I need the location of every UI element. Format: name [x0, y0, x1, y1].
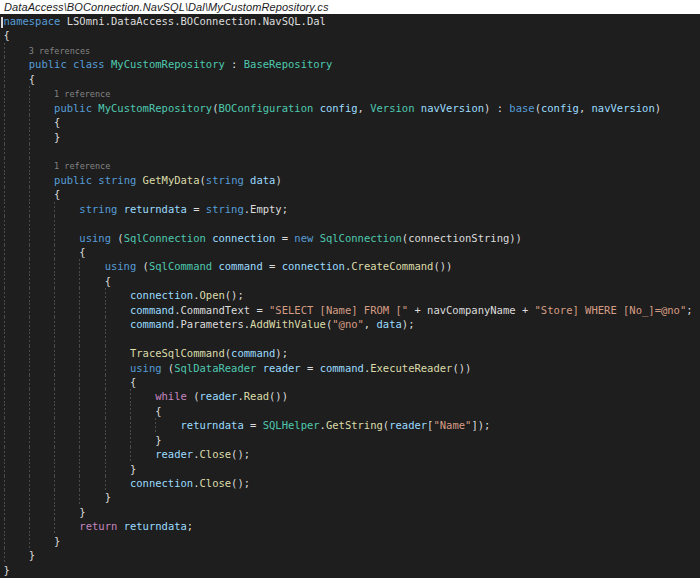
code-token-kw: using	[79, 232, 111, 244]
code-token-kw: new	[294, 232, 313, 244]
code-token-pl: ,	[579, 102, 592, 114]
code-token-kw: base	[509, 102, 534, 114]
codelens-references-label[interactable]: 1 reference	[4, 161, 111, 171]
code-token-type: BOConfiguration	[218, 102, 313, 114]
code-token-type: SqlCommand	[149, 260, 212, 272]
indent-guide	[79, 346, 80, 360]
code-editor-window: DataAccess\BOConnection.NavSQL\Dal\MyCus…	[0, 0, 700, 578]
indent-guide	[4, 57, 5, 71]
code-token-var: connection	[212, 232, 275, 244]
code-token-var: reader	[389, 419, 427, 431]
indent-guide	[29, 231, 30, 245]
code-token-pl: ,	[364, 318, 377, 330]
code-token-kw: class	[73, 58, 105, 70]
codelens-references-label[interactable]: 3 references	[4, 46, 91, 56]
indent-guide	[29, 288, 30, 302]
code-token-var: command	[218, 260, 262, 272]
code-token-meth: CreateCommand	[351, 260, 433, 272]
code-token-pl: {	[4, 275, 111, 287]
code-editor[interactable]: namespace LSOmni.DataAccess.BOConnection…	[0, 14, 700, 578]
indent-guide	[4, 361, 5, 375]
indent-guide	[79, 389, 80, 403]
indent-guide	[79, 490, 80, 504]
code-token-str: "Name"	[433, 419, 471, 431]
indent-guide	[54, 490, 55, 504]
code-line: {	[0, 375, 700, 389]
code-token-var: returndata	[181, 419, 244, 431]
code-token-kw: public	[54, 174, 92, 186]
indent-guide	[4, 375, 5, 389]
code-line: public class MyCustomRepository : BaseRe…	[0, 57, 700, 71]
code-token-pl: )	[275, 174, 281, 186]
code-line: {	[0, 115, 700, 129]
code-token-pl: ,	[358, 102, 371, 114]
code-token-pl	[4, 362, 130, 374]
code-token-pl: :	[225, 58, 244, 70]
indent-guide	[54, 259, 55, 273]
indent-guide	[29, 433, 30, 447]
indent-guide	[54, 418, 55, 432]
indent-guide	[29, 389, 30, 403]
indent-guide	[29, 144, 30, 158]
indent-guide	[54, 404, 55, 418]
code-token-pl: =	[275, 232, 294, 244]
code-token-var: reader	[263, 362, 301, 374]
indent-guide	[4, 519, 5, 533]
code-token-meth: Read	[244, 390, 269, 402]
code-token-pl: ())	[269, 390, 288, 402]
code-token-pl	[4, 477, 130, 489]
indent-guide	[29, 303, 30, 317]
code-token-pl	[4, 203, 80, 215]
document-path-label: DataAccess\BOConnection.NavSQL\Dal\MyCus…	[4, 1, 329, 13]
indent-guide	[4, 418, 5, 432]
code-token-meth: Open	[199, 289, 224, 301]
indent-guide	[54, 274, 55, 288]
indent-guide	[29, 490, 30, 504]
indent-guide	[79, 274, 80, 288]
code-token-type: SqlConnection	[124, 232, 206, 244]
indent-guide	[4, 433, 5, 447]
indent-guide	[29, 332, 30, 346]
indent-guide	[54, 505, 55, 519]
code-token-pl: {	[4, 116, 61, 128]
code-token-var: config	[320, 102, 358, 114]
code-token-pl: (	[162, 362, 175, 374]
indent-guide	[4, 144, 5, 158]
indent-guide	[29, 158, 30, 172]
indent-guide	[79, 433, 80, 447]
indent-guide	[29, 346, 30, 360]
code-token-meth: Close	[199, 448, 231, 460]
code-line: {	[0, 72, 700, 86]
code-token-var: connection	[130, 289, 193, 301]
indent-guide	[105, 317, 106, 331]
code-line: {	[0, 404, 700, 418]
code-token-pl: }	[4, 549, 36, 561]
code-line: TraceSqlCommand(command);	[0, 346, 700, 360]
code-token-var: command	[130, 304, 174, 316]
codelens-references-label[interactable]: 1 reference	[4, 89, 111, 99]
code-token-pl: }	[4, 506, 86, 518]
indent-guide	[4, 245, 5, 259]
indent-guide	[79, 361, 80, 375]
code-token-kw: string	[206, 203, 244, 215]
code-token-var: command	[320, 362, 364, 374]
indent-guide	[79, 303, 80, 317]
code-token-pl: (	[187, 390, 200, 402]
code-token-type: SqlDataReader	[174, 362, 256, 374]
code-line: {	[0, 245, 700, 259]
indent-guide	[4, 317, 5, 331]
indent-guide	[105, 288, 106, 302]
indent-guide	[79, 418, 80, 432]
code-token-pl	[4, 347, 130, 359]
code-token-var: data	[377, 318, 402, 330]
code-token-pl: );	[402, 318, 415, 330]
indent-guide	[4, 303, 5, 317]
indent-guide	[29, 519, 30, 533]
code-line	[0, 332, 700, 346]
indent-guide	[4, 332, 5, 346]
indent-guide	[29, 361, 30, 375]
code-token-pl: ())	[433, 260, 452, 272]
indent-guide	[4, 101, 5, 115]
code-area[interactable]: namespace LSOmni.DataAccess.BOConnection…	[0, 14, 700, 578]
code-line: {	[0, 28, 700, 42]
